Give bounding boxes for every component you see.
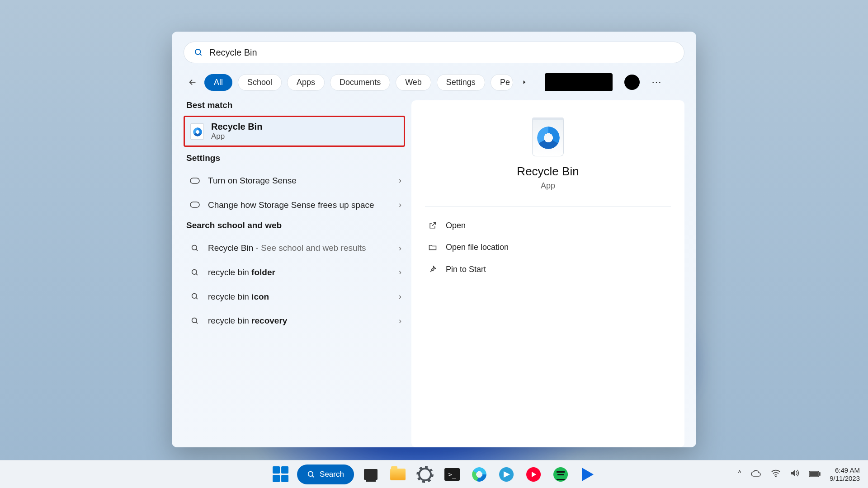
filter-all[interactable]: All (204, 74, 232, 91)
file-explorer[interactable] (387, 464, 408, 485)
filters-scroll-right[interactable] (519, 79, 530, 85)
web-result[interactable]: recycle bin folder › (184, 260, 405, 285)
start-search-panel: All School Apps Documents Web Settings P… (172, 32, 696, 447)
results-column: Best match Recycle Bin App Settings Turn… (184, 100, 405, 447)
best-match-title: Recycle Bin (211, 122, 262, 132)
taskbar-search-label: Search (320, 470, 344, 479)
terminal-icon: >_ (444, 468, 460, 481)
action-open[interactable]: Open (425, 215, 671, 236)
svg-line-7 (196, 273, 198, 275)
svg-point-6 (192, 269, 197, 274)
action-label: Open (446, 220, 668, 231)
search-box[interactable] (184, 42, 684, 63)
chevron-right-icon: › (399, 244, 401, 253)
taskbar-search[interactable]: Search (297, 465, 354, 484)
chevron-right-icon: › (399, 267, 401, 277)
filter-web[interactable]: Web (396, 74, 431, 91)
tray-overflow[interactable]: ˄ (737, 469, 742, 480)
action-pin-to-start[interactable]: Pin to Start (425, 258, 671, 280)
action-open-file-location[interactable]: Open file location (425, 236, 671, 258)
filter-people[interactable]: Pe (491, 74, 513, 91)
more-options[interactable]: ⋯ (651, 76, 662, 88)
spotify-app[interactable] (550, 464, 571, 485)
volume-icon[interactable] (790, 469, 800, 480)
windows-logo-icon (273, 466, 288, 482)
filter-documents[interactable]: Documents (330, 74, 390, 91)
section-settings: Settings (184, 153, 405, 169)
toggle-icon (190, 178, 200, 184)
web-result-label: recycle bin folder (208, 267, 391, 278)
settings-result-label: Turn on Storage Sense (208, 175, 391, 187)
web-result-label: recycle bin icon (208, 291, 391, 303)
filter-school[interactable]: School (238, 74, 282, 91)
best-match-text: Recycle Bin App (211, 122, 262, 141)
settings-result-storage-sense[interactable]: Turn on Storage Sense › (184, 169, 405, 193)
svg-line-13 (312, 475, 314, 477)
filter-apps[interactable]: Apps (287, 74, 325, 91)
toggle-icon (190, 202, 200, 208)
onedrive-icon[interactable] (751, 469, 762, 479)
youtube-music-app[interactable] (523, 464, 544, 485)
web-result[interactable]: Recycle Bin - See school and web results… (184, 236, 405, 260)
wifi-icon[interactable] (771, 469, 781, 479)
svg-point-8 (192, 294, 197, 299)
svg-line-11 (196, 322, 198, 324)
search-icon (190, 268, 200, 277)
search-icon (190, 317, 200, 325)
settings-app[interactable] (415, 464, 435, 485)
gear-icon (418, 468, 432, 481)
telegram-app[interactable] (496, 464, 517, 485)
back-button[interactable] (186, 76, 199, 89)
best-match-subtitle: App (211, 132, 262, 141)
settings-result-label: Change how Storage Sense frees up space (208, 199, 391, 211)
search-icon (307, 470, 315, 479)
action-label: Open file location (446, 242, 668, 253)
best-match-result[interactable]: Recycle Bin App (184, 116, 405, 147)
taskbar-center: Search >_ (270, 464, 598, 485)
terminal-app[interactable]: >_ (442, 464, 462, 485)
edge-browser[interactable] (469, 464, 490, 485)
folder-icon (390, 469, 406, 480)
telegram-icon (499, 467, 514, 482)
preview-subtitle: App (541, 181, 555, 191)
filter-settings[interactable]: Settings (437, 74, 485, 91)
clock-time: 6:49 AM (830, 466, 860, 474)
svg-point-10 (192, 318, 197, 323)
web-result[interactable]: recycle bin recovery › (184, 309, 405, 333)
chevron-right-icon: › (399, 316, 401, 326)
svg-rect-3 (190, 202, 199, 207)
system-tray: ˄ 6:49 AM 9/11/2023 (737, 466, 860, 483)
settings-result-storage-sense-space[interactable]: Change how Storage Sense frees up space … (184, 193, 405, 217)
action-label: Pin to Start (446, 264, 668, 275)
search-icon (190, 292, 200, 300)
web-result-label: Recycle Bin - See school and web results (208, 242, 391, 254)
preview-title: Recycle Bin (517, 164, 579, 178)
chevron-right-icon (521, 79, 528, 85)
preview-pane: Recycle Bin App Open Open file location (411, 100, 684, 447)
user-avatar[interactable] (624, 75, 640, 90)
battery-icon[interactable] (809, 469, 821, 479)
web-result[interactable]: recycle bin icon › (184, 285, 405, 309)
recycle-bin-icon (190, 123, 204, 140)
media-player-app[interactable] (577, 464, 598, 485)
spotify-icon (553, 467, 568, 482)
chevron-right-icon: › (399, 176, 401, 185)
play-icon (582, 468, 594, 481)
svg-point-12 (308, 471, 313, 476)
svg-rect-16 (819, 473, 820, 475)
open-icon (428, 221, 438, 230)
filter-row: All School Apps Documents Web Settings P… (184, 63, 684, 100)
svg-rect-2 (190, 178, 199, 183)
section-best-match: Best match (184, 100, 405, 116)
svg-point-14 (775, 476, 776, 477)
svg-line-1 (200, 54, 202, 56)
start-button[interactable] (270, 464, 291, 485)
taskbar-clock[interactable]: 6:49 AM 9/11/2023 (830, 466, 860, 483)
chevron-right-icon: › (399, 292, 401, 301)
account-redacted[interactable] (545, 73, 613, 91)
search-input[interactable] (209, 47, 674, 58)
task-view[interactable] (360, 464, 381, 485)
svg-point-4 (192, 245, 197, 250)
web-result-label: recycle bin recovery (208, 315, 391, 327)
folder-icon (428, 242, 438, 252)
